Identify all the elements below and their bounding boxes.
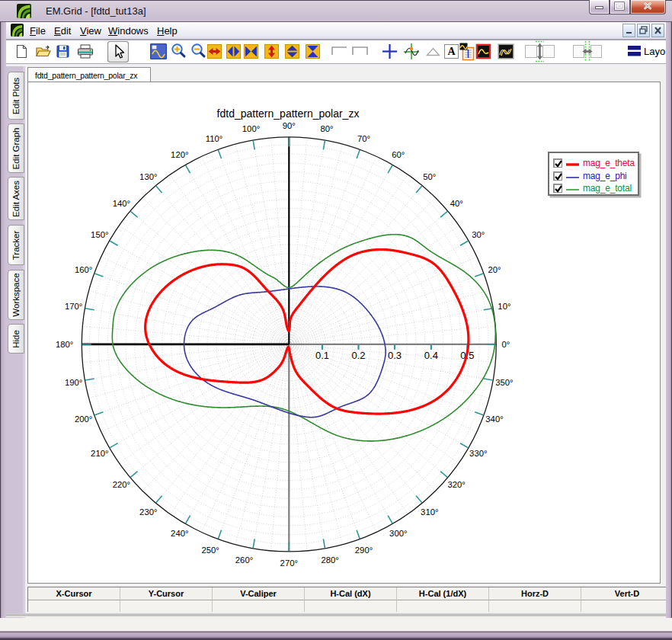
svg-text:140°: 140°	[113, 199, 130, 208]
svg-text:260°: 260°	[235, 555, 253, 565]
svg-text:0°: 0°	[501, 340, 510, 349]
svg-text:330°: 330°	[469, 449, 487, 458]
svg-text:120°: 120°	[171, 150, 188, 159]
svg-text:270°: 270°	[280, 558, 298, 568]
svg-text:60°: 60°	[392, 150, 405, 159]
svg-text:0.1: 0.1	[315, 350, 329, 361]
svg-text:80°: 80°	[321, 124, 334, 133]
svg-text:300°: 300°	[389, 529, 407, 538]
svg-text:200°: 200°	[75, 414, 92, 424]
svg-text:40°: 40°	[450, 199, 463, 208]
svg-text:290°: 290°	[355, 546, 373, 555]
svg-text:110°: 110°	[206, 134, 223, 143]
svg-text:320°: 320°	[448, 480, 466, 489]
svg-text:160°: 160°	[75, 265, 92, 274]
svg-text:0.3: 0.3	[388, 350, 402, 361]
svg-text:0.4: 0.4	[424, 350, 438, 361]
svg-text:20°: 20°	[488, 265, 501, 274]
svg-text:150°: 150°	[91, 230, 108, 239]
svg-text:fdtd_pattern_pattern_polar_zx: fdtd_pattern_pattern_polar_zx	[217, 107, 360, 120]
svg-text:310°: 310°	[421, 507, 438, 517]
svg-text:0.2: 0.2	[351, 350, 365, 361]
svg-text:A: A	[447, 46, 456, 57]
svg-text:190°: 190°	[65, 378, 82, 387]
svg-text:100°: 100°	[242, 124, 260, 133]
svg-text:240°: 240°	[171, 529, 188, 538]
svg-text:90°: 90°	[283, 121, 296, 130]
svg-text:220°: 220°	[113, 480, 130, 489]
svg-text:210°: 210°	[91, 449, 108, 458]
svg-text:130°: 130°	[139, 172, 157, 181]
svg-text:230°: 230°	[139, 507, 157, 517]
svg-text:350°: 350°	[495, 378, 513, 387]
svg-text:10°: 10°	[498, 302, 510, 311]
svg-text:340°: 340°	[485, 414, 503, 424]
svg-text:280°: 280°	[321, 555, 338, 565]
svg-text:30°: 30°	[472, 230, 485, 239]
svg-text:70°: 70°	[357, 134, 370, 143]
svg-text:170°: 170°	[65, 302, 82, 311]
svg-text:250°: 250°	[201, 546, 219, 555]
svg-text:50°: 50°	[423, 172, 436, 181]
svg-text:180°: 180°	[56, 340, 73, 349]
